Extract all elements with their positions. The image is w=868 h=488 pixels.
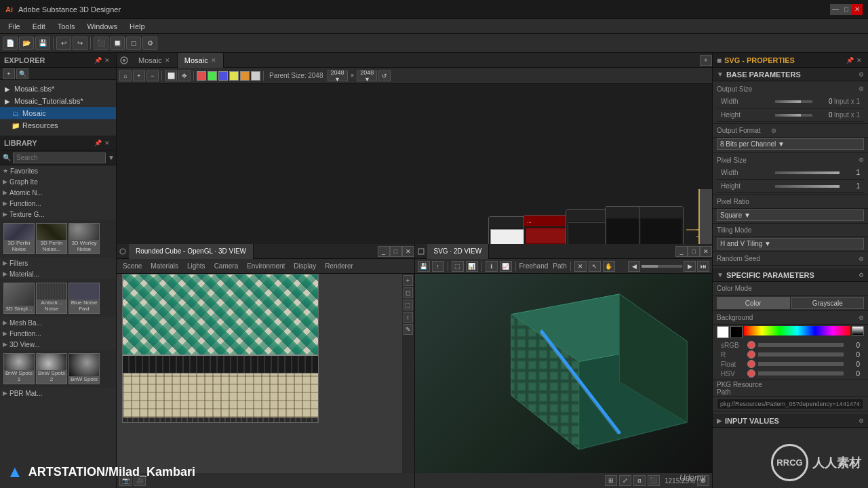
lib-3dview[interactable]: ▶ 3D View... bbox=[0, 339, 116, 350]
lib-thumb-blue[interactable]: Blue Noise Fast bbox=[68, 283, 100, 314]
float-slider[interactable] bbox=[758, 362, 844, 366]
tab-2dview[interactable]: SVG · 2D VIEW bbox=[427, 244, 490, 259]
value-bar[interactable] bbox=[852, 326, 864, 336]
view2d-export[interactable]: ↑ bbox=[432, 261, 444, 272]
color-mode-grayscale[interactable]: Grayscale bbox=[791, 297, 865, 309]
view2d-alpha[interactable]: α bbox=[633, 475, 646, 486]
library-close[interactable]: ✕ bbox=[102, 138, 112, 148]
zoom-end[interactable]: ⏭ bbox=[697, 261, 709, 272]
output-format-dropdown[interactable]: 8 Bits per Channel ▼ bbox=[717, 138, 864, 150]
view2d-save[interactable]: 💾 bbox=[418, 261, 430, 272]
hsv-slider[interactable] bbox=[758, 371, 844, 375]
save-btn[interactable]: 💾 bbox=[35, 37, 50, 50]
nav-display[interactable]: Display bbox=[290, 262, 319, 270]
view3d-close[interactable]: ✕ bbox=[402, 246, 414, 257]
lib-thumb-3d-perlin2[interactable]: 3D Perlin Noise... bbox=[36, 223, 67, 254]
view3d-canvas[interactable]: + ◻ ⬚ ↕ ✎ bbox=[117, 274, 414, 473]
tiling-mode-dropdown[interactable]: H and V Tiling ▼ bbox=[717, 238, 864, 249]
right-edge-panel[interactable] bbox=[698, 189, 712, 244]
srgb-slider[interactable] bbox=[758, 343, 844, 347]
tool3[interactable]: ◻ bbox=[126, 37, 141, 50]
new-btn[interactable]: 📄 bbox=[3, 37, 18, 50]
node-editor-icon[interactable] bbox=[117, 53, 132, 68]
lib-thumb-bnw2[interactable]: BnW Spots 2 bbox=[36, 353, 67, 384]
specific-params-header[interactable]: ▼ SPECIFIC PARAMETERS ⚙ bbox=[713, 268, 868, 282]
color-white[interactable] bbox=[251, 71, 260, 81]
view2d-tool2[interactable]: 📊 bbox=[466, 261, 478, 272]
view3d-tool2[interactable]: ◻ bbox=[403, 287, 413, 298]
pixel-height-slider[interactable] bbox=[775, 185, 840, 188]
pkg-path-input[interactable] bbox=[717, 399, 864, 409]
node-zoom-in[interactable]: + bbox=[133, 70, 145, 81]
tab-add[interactable]: + bbox=[700, 55, 712, 66]
view2d-eraser[interactable]: ✕ bbox=[574, 261, 587, 272]
menu-file[interactable]: File bbox=[3, 21, 26, 32]
lib-filters[interactable]: ▶ Filters bbox=[0, 258, 116, 268]
color-red[interactable] bbox=[197, 71, 206, 81]
tab-mosaic-2[interactable]: Mosaic ✕ bbox=[178, 53, 224, 68]
close-button[interactable]: ✕ bbox=[852, 4, 863, 15]
view2d-info[interactable]: ℹ bbox=[486, 261, 498, 272]
lib-pbr[interactable]: ▶ PBR Mat... bbox=[0, 388, 116, 399]
nav-camera[interactable]: Camera bbox=[211, 262, 242, 270]
library-pin[interactable]: 📌 bbox=[93, 138, 102, 148]
color-green[interactable] bbox=[208, 71, 217, 81]
lib-thumb-aniso[interactable]: Anisotr... Noise bbox=[36, 283, 67, 314]
lib-thumb-worley[interactable]: 3D Worley Noise bbox=[68, 223, 100, 254]
lib-thumb-3d-perlin[interactable]: 3D Perlin Noise bbox=[3, 223, 35, 254]
color-yellow[interactable] bbox=[229, 71, 239, 81]
view2d-checkers[interactable]: ⬛ bbox=[648, 475, 660, 486]
tab-mosaic-1[interactable]: Mosaic ✕ bbox=[132, 53, 178, 68]
lib-mesh-ba[interactable]: ▶ Mesh Ba... bbox=[0, 317, 116, 328]
maximize-button[interactable]: □ bbox=[841, 4, 852, 15]
redo-btn[interactable]: ↪ bbox=[73, 37, 87, 50]
lib-favorites[interactable]: ★ Favorites bbox=[0, 165, 116, 176]
prop-pin[interactable]: 📌 bbox=[845, 56, 854, 65]
lib-graph-ite[interactable]: ▶ Graph Ite bbox=[0, 176, 116, 187]
lib-function[interactable]: ▶ Function... bbox=[0, 198, 116, 209]
lib-function2[interactable]: ▶ Function... bbox=[0, 328, 116, 339]
hsv-dot[interactable] bbox=[747, 369, 755, 378]
output-height-slider[interactable] bbox=[775, 114, 812, 117]
view2d-grid[interactable]: ⊞ bbox=[605, 475, 617, 486]
filter-icon[interactable]: ▼ bbox=[108, 154, 115, 161]
nav-renderer[interactable]: Renderer bbox=[321, 262, 357, 270]
explorer-add[interactable]: + bbox=[3, 68, 15, 79]
tool4[interactable]: ⚙ bbox=[142, 37, 157, 50]
zoom-prev[interactable]: ◀ bbox=[628, 261, 640, 272]
lib-atomic[interactable]: ▶ Atomic N... bbox=[0, 187, 116, 198]
r-dot[interactable] bbox=[747, 350, 755, 359]
color-bar[interactable] bbox=[744, 326, 850, 336]
tab-close-1[interactable]: ✕ bbox=[165, 57, 170, 64]
output-width-slider[interactable] bbox=[775, 100, 812, 103]
view2d-pointer[interactable]: ↖ bbox=[589, 261, 601, 272]
open-btn[interactable]: 📂 bbox=[19, 37, 34, 50]
size-refresh[interactable]: ↺ bbox=[378, 70, 391, 81]
nav-environment[interactable]: Environment bbox=[243, 262, 288, 270]
nav-lights[interactable]: Lights bbox=[184, 262, 209, 270]
swatch-black[interactable] bbox=[730, 326, 743, 338]
view2d-fit[interactable]: ⤢ bbox=[619, 475, 631, 486]
view2d-hand[interactable]: ✋ bbox=[603, 261, 615, 272]
tool1[interactable]: ⬛ bbox=[94, 37, 108, 50]
color-orange[interactable] bbox=[240, 71, 250, 81]
view2d-max[interactable]: □ bbox=[688, 246, 700, 257]
lib-material[interactable]: ▶ Material... bbox=[0, 268, 116, 279]
menu-edit[interactable]: Edit bbox=[27, 21, 51, 32]
node-zoom-out[interactable]: − bbox=[146, 70, 159, 81]
float-dot[interactable] bbox=[747, 360, 755, 368]
r-slider[interactable] bbox=[758, 352, 844, 357]
parent-size-dropdown[interactable]: 2048 ▼ bbox=[328, 70, 348, 81]
menu-tools[interactable]: Tools bbox=[52, 21, 81, 32]
color-mode-color[interactable]: Color bbox=[717, 297, 790, 309]
parent-size-h-dropdown[interactable]: 2048 ▼ bbox=[357, 70, 377, 81]
node-editor-area[interactable]: ... bbox=[117, 84, 712, 244]
view2d-tool1[interactable]: ⬚ bbox=[452, 261, 464, 272]
zoom-play[interactable]: ▶ bbox=[684, 261, 696, 272]
tab-close-2[interactable]: ✕ bbox=[211, 57, 216, 64]
base-params-header[interactable]: ▼ BASE PARAMETERS ⚙ bbox=[713, 68, 868, 81]
explorer-close[interactable]: ✕ bbox=[102, 56, 112, 65]
color-blue[interactable] bbox=[218, 71, 228, 81]
view2d-canvas[interactable] bbox=[415, 274, 713, 473]
view3d-min[interactable]: _ bbox=[378, 246, 390, 257]
